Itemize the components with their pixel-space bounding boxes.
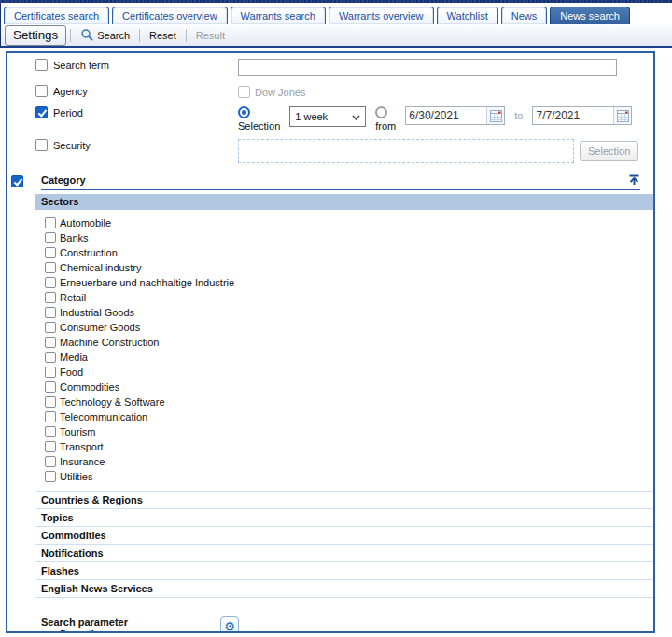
- security-checkbox[interactable]: [35, 139, 48, 151]
- sector-item-food[interactable]: Food: [45, 365, 653, 380]
- sector-checkbox[interactable]: [45, 456, 56, 467]
- sector-checkbox[interactable]: [45, 411, 56, 422]
- search-parameter-config-row: Search parameter configuration ⚙: [41, 616, 653, 633]
- sector-item-industrial-goods[interactable]: Industrial Goods: [45, 305, 653, 320]
- sector-label: Industrial Goods: [60, 307, 134, 318]
- calendar-icon[interactable]: [613, 107, 631, 124]
- category-section-english-news-services[interactable]: English News Services: [35, 580, 655, 598]
- sector-item-automobile[interactable]: Automobile: [45, 215, 653, 230]
- sector-item-erneuerbare-und-nachhaltige-industrie[interactable]: Erneuerbare und nachhaltige Industrie: [45, 275, 653, 290]
- dow-jones-checkbox: [238, 86, 250, 98]
- selection-radio-label: Selection: [238, 120, 280, 132]
- category-section-topics[interactable]: Topics: [35, 509, 655, 527]
- period-checkbox[interactable]: [35, 106, 48, 118]
- category-section-notifications[interactable]: Notifications: [35, 545, 655, 562]
- sector-item-retail[interactable]: Retail: [45, 290, 653, 305]
- period-length-dropdown[interactable]: 1 week: [289, 106, 366, 127]
- settings-button[interactable]: Settings: [5, 25, 66, 46]
- sector-checkbox[interactable]: [45, 247, 56, 258]
- sector-label: Automobile: [60, 217, 111, 228]
- sector-item-telecommunication[interactable]: Telecommunication: [45, 409, 653, 424]
- security-selection-button: Selection: [580, 141, 638, 161]
- tab-warrants-search[interactable]: Warrants search: [231, 7, 326, 24]
- sector-item-machine-construction[interactable]: Machine Construction: [45, 335, 653, 350]
- sector-item-transport[interactable]: Transport: [45, 439, 653, 454]
- sector-item-construction[interactable]: Construction: [45, 245, 653, 260]
- category-section-countries-regions[interactable]: Countries & Regions: [35, 492, 655, 509]
- sector-checkbox[interactable]: [45, 352, 56, 363]
- tab-warrants-overview[interactable]: Warrants overview: [329, 7, 434, 24]
- sector-item-technology-software[interactable]: Technology & Software: [45, 395, 653, 409]
- search-term-row: Search term: [35, 59, 653, 76]
- security-row: Security Selection: [35, 139, 653, 163]
- sector-checkbox[interactable]: [45, 337, 56, 348]
- sector-checkbox[interactable]: [45, 322, 56, 333]
- sector-label: Transport: [60, 441, 104, 452]
- reset-button[interactable]: Reset: [144, 28, 182, 43]
- tab-watchlist[interactable]: Watchlist: [437, 7, 498, 24]
- sector-checkbox[interactable]: [45, 262, 56, 273]
- sector-checkbox[interactable]: [45, 396, 56, 408]
- agency-label: Agency: [53, 86, 88, 97]
- date-from-input[interactable]: [406, 109, 486, 122]
- sector-checkbox[interactable]: [45, 367, 56, 378]
- sector-checkbox[interactable]: [45, 441, 56, 452]
- sector-label: Banks: [60, 232, 89, 243]
- period-from-radio-group[interactable]: from: [375, 106, 396, 132]
- sector-checkbox[interactable]: [45, 471, 56, 482]
- sector-checkbox[interactable]: [45, 426, 56, 437]
- category-section-commodities[interactable]: Commodities: [35, 527, 655, 545]
- search-term-checkbox[interactable]: [35, 59, 48, 71]
- category-section-sectors[interactable]: Sectors: [35, 194, 655, 210]
- date-range-to-label: to: [514, 110, 523, 121]
- sector-label: Media: [60, 352, 88, 363]
- category-section-flashes[interactable]: Flashes: [35, 562, 655, 580]
- calendar-icon[interactable]: [486, 107, 504, 124]
- dow-jones-label: Dow Jones: [255, 87, 305, 98]
- toolbar-separator: [139, 29, 140, 42]
- tab-news-search[interactable]: News search: [550, 7, 630, 24]
- news-search-form-panel: Search term Agency Dow Jones Period Sele…: [6, 51, 655, 633]
- sector-checkbox[interactable]: [45, 277, 56, 288]
- sector-label: Erneuerbare und nachhaltige Industrie: [60, 277, 234, 288]
- date-to-field: [532, 106, 632, 125]
- tab-certificates-overview[interactable]: Certificates overview: [112, 7, 227, 24]
- sector-item-utilities[interactable]: Utilities: [45, 469, 653, 484]
- sector-checkbox[interactable]: [45, 232, 56, 243]
- category-checkbox[interactable]: [11, 175, 23, 187]
- sector-item-insurance[interactable]: Insurance: [45, 454, 653, 469]
- agency-row: Agency Dow Jones: [35, 85, 653, 98]
- sector-checkbox[interactable]: [45, 217, 56, 228]
- sector-item-consumer-goods[interactable]: Consumer Goods: [45, 320, 653, 335]
- sector-checkbox[interactable]: [45, 381, 56, 393]
- selection-radio[interactable]: [238, 106, 250, 118]
- sector-label: Construction: [60, 247, 118, 258]
- sector-item-chemical-industry[interactable]: Chemical industry: [45, 260, 653, 275]
- search-term-input[interactable]: [238, 59, 617, 76]
- category-row: Category: [11, 174, 653, 190]
- sector-label: Retail: [60, 292, 86, 303]
- from-radio[interactable]: [375, 106, 387, 118]
- gear-icon[interactable]: ⚙: [220, 616, 239, 633]
- period-length-value: 1 week: [295, 111, 328, 122]
- date-to-input[interactable]: [533, 109, 613, 122]
- period-selection-radio-group[interactable]: Selection: [238, 106, 280, 132]
- tab-news[interactable]: News: [501, 7, 548, 24]
- toolbar: Settings Search Reset Result: [1, 24, 672, 48]
- search-button[interactable]: Search: [75, 26, 135, 45]
- search-parameter-config-label: Search parameter configuration: [41, 616, 181, 633]
- sector-checkbox[interactable]: [45, 292, 56, 303]
- sector-item-tourism[interactable]: Tourism: [45, 424, 653, 439]
- collapse-to-top-icon[interactable]: [628, 174, 640, 186]
- sector-item-media[interactable]: Media: [45, 350, 653, 365]
- sector-label: Telecommunication: [60, 411, 147, 422]
- sector-label: Machine Construction: [60, 337, 159, 348]
- from-radio-label: from: [375, 120, 396, 132]
- tab-certificates-search[interactable]: Certificates search: [4, 7, 109, 24]
- sector-label: Commodities: [60, 381, 119, 393]
- sector-checkbox[interactable]: [45, 307, 56, 318]
- sector-item-banks[interactable]: Banks: [45, 230, 653, 245]
- agency-checkbox[interactable]: [35, 85, 48, 97]
- security-label: Security: [53, 140, 91, 151]
- sector-item-commodities[interactable]: Commodities: [45, 380, 653, 395]
